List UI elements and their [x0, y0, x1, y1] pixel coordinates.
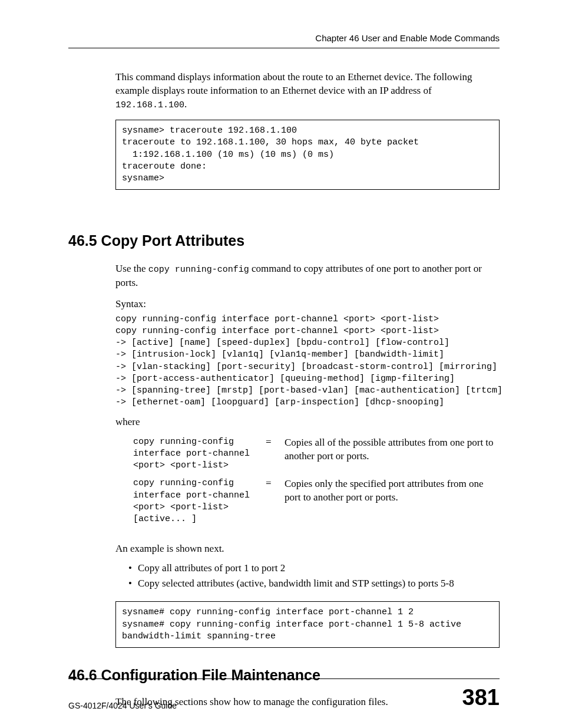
page-header: Chapter 46 User and Enable Mode Commands: [68, 33, 500, 48]
def-eq: =: [266, 436, 285, 478]
syntax-label: Syntax:: [115, 298, 500, 310]
chapter-title: Chapter 46 User and Enable Mode Commands: [315, 33, 500, 43]
section-heading-465: 46.5 Copy Port Attributes: [68, 232, 500, 249]
list-item: Copy all attributes of port 1 to port 2: [128, 561, 500, 576]
def-desc: Copies only the specified port attribute…: [285, 477, 500, 531]
page-number: 381: [462, 685, 500, 710]
list-item: Copy selected attributes (active, bandwi…: [128, 576, 500, 591]
def-eq: =: [266, 477, 285, 531]
definition-table: copy running-config interface port-chann…: [133, 436, 500, 532]
page-footer: GS-4012F/4024 User's Guide 381: [68, 678, 500, 710]
code-example-copy: sysname# copy running-config interface p…: [115, 601, 500, 648]
intro-block: This command displays information about …: [68, 71, 500, 190]
definition-row: copy running-config interface port-chann…: [133, 477, 500, 531]
intro-paragraph: This command displays information about …: [115, 71, 500, 111]
example-intro: An example is shown next.: [115, 543, 500, 555]
section-465-body: Use the copy running-config command to c…: [68, 262, 500, 648]
definition-row: copy running-config interface port-chann…: [133, 436, 500, 478]
where-label: where: [115, 416, 500, 428]
def-desc: Copies all of the possible attributes fr…: [285, 436, 500, 478]
def-code: copy running-config interface port-chann…: [133, 477, 266, 531]
bullet-list: Copy all attributes of port 1 to port 2 …: [128, 561, 500, 591]
syntax-block: copy running-config interface port-chann…: [115, 314, 500, 409]
section-465-intro: Use the copy running-config command to c…: [115, 262, 500, 289]
code-example-traceroute: sysname> traceroute 192.168.1.100 tracer…: [115, 120, 500, 190]
footer-guide: GS-4012F/4024 User's Guide: [68, 701, 177, 710]
def-code: copy running-config interface port-chann…: [133, 436, 266, 478]
